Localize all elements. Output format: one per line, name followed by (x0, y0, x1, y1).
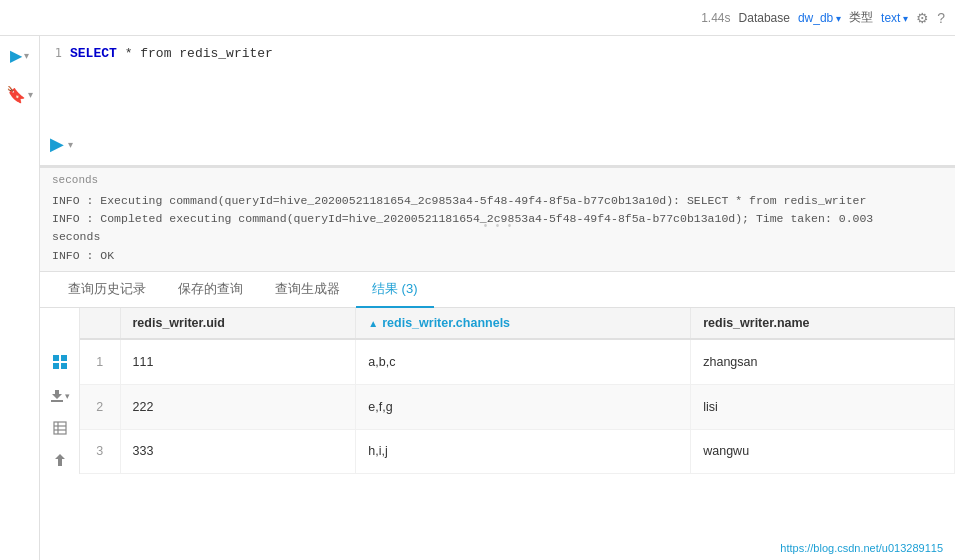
db-value[interactable]: dw_db ▾ (798, 11, 841, 25)
cell-rownum: 3 (80, 429, 120, 474)
play-icon: ▶ (10, 46, 22, 65)
tabs-bar: 查询历史记录 保存的查询 查询生成器 结果 (3) (40, 272, 955, 308)
cell-name: wangwu (691, 429, 955, 474)
drag-handle[interactable]: • • • (482, 219, 512, 235)
cell-channels: a,b,c (356, 339, 691, 384)
cell-rownum: 2 (80, 385, 120, 430)
bookmark-glyph: 🔖 (6, 85, 26, 104)
run-chevron: ▾ (24, 50, 29, 61)
row-icons: ▾ (40, 308, 80, 474)
table-row: 3 333 h,i,j wangwu (80, 429, 955, 474)
svg-rect-0 (53, 355, 59, 361)
col-header-channels[interactable]: ▲redis_writer.channels (356, 308, 691, 339)
col-header-uid[interactable]: redis_writer.uid (120, 308, 356, 339)
gear-icon[interactable]: ⚙ (916, 10, 929, 26)
footer-link: https://blog.csdn.net/u013289115 (780, 542, 943, 554)
help-icon[interactable]: ? (937, 10, 945, 26)
table-row: 2 222 e,f,g lisi (80, 385, 955, 430)
tab-history[interactable]: 查询历史记录 (52, 272, 162, 308)
export-icon[interactable] (53, 446, 67, 474)
sql-content[interactable]: SELECT * from redis_writer (70, 44, 955, 129)
log-line-fade: seconds (52, 172, 943, 190)
cell-uid: 222 (120, 385, 356, 430)
line-numbers: 1 (40, 44, 70, 129)
col-header-name[interactable]: redis_writer.name (691, 308, 955, 339)
cell-name: zhangsan (691, 339, 955, 384)
run-dropdown-icon[interactable]: ▾ (68, 139, 73, 150)
results-table: redis_writer.uid ▲redis_writer.channels … (80, 308, 955, 474)
log-line-4: INFO : OK (52, 247, 943, 265)
run-execute-button[interactable]: ▶ (50, 133, 64, 155)
top-bar: 1.44s Database dw_db ▾ 类型 text ▾ ⚙ ? (0, 0, 955, 36)
results-table-wrapper: ▾ (40, 308, 955, 474)
svg-rect-2 (53, 363, 59, 369)
table-row: 1 111 a,b,c zhangsan (80, 339, 955, 384)
left-sidebar: ▶ ▾ 🔖 ▾ (0, 36, 40, 560)
cell-name: lisi (691, 385, 955, 430)
cell-uid: 111 (120, 339, 356, 384)
sort-arrow-icon: ▲ (368, 318, 378, 329)
log-line-1: INFO : Executing command(queryId=hive_20… (52, 192, 943, 210)
svg-rect-1 (61, 355, 67, 361)
grid-icon[interactable] (52, 348, 68, 376)
log-area: • • • seconds INFO : Executing command(q… (40, 166, 955, 272)
cell-uid: 333 (120, 429, 356, 474)
run-button[interactable]: ▶ ▾ (10, 46, 29, 65)
svg-rect-4 (51, 400, 63, 402)
sql-editor: 1 SELECT * from redis_writer ▶ ▾ (40, 36, 955, 166)
cell-channels: e,f,g (356, 385, 691, 430)
main-layout: ▶ ▾ 🔖 ▾ 1 SELECT * from redis_writer ▶ ▾ (0, 36, 955, 560)
svg-rect-3 (61, 363, 67, 369)
bookmark-chevron: ▾ (28, 89, 33, 100)
results-area: ▾ (40, 308, 955, 560)
timing-label: 1.44s (701, 11, 730, 25)
download-icon[interactable]: ▾ (50, 382, 70, 410)
content-area: 1 SELECT * from redis_writer ▶ ▾ • • • s… (40, 36, 955, 560)
bookmark-icon[interactable]: 🔖 ▾ (6, 85, 33, 104)
tab-saved[interactable]: 保存的查询 (162, 272, 259, 308)
cell-channels: h,i,j (356, 429, 691, 474)
tab-generator[interactable]: 查询生成器 (259, 272, 356, 308)
type-label: 类型 (849, 9, 873, 26)
run-triangle-icon: ▶ (50, 133, 64, 155)
db-label: Database (739, 11, 790, 25)
editor-controls: ▶ ▾ (50, 133, 73, 155)
col-header-rownum (80, 308, 120, 339)
cell-rownum: 1 (80, 339, 120, 384)
type-value[interactable]: text ▾ (881, 11, 908, 25)
svg-rect-5 (54, 422, 66, 434)
table-icon[interactable] (53, 414, 67, 442)
tab-results[interactable]: 结果 (3) (356, 272, 434, 308)
